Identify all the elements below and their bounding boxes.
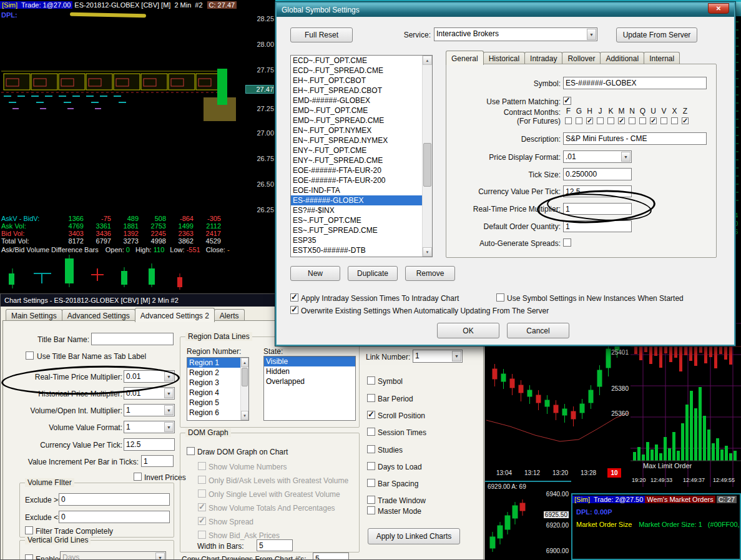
link-days-to-load-checkbox[interactable] bbox=[367, 462, 375, 470]
month-checkbox-f[interactable] bbox=[565, 117, 572, 124]
use-pattern-matching-checkbox[interactable] bbox=[563, 97, 571, 105]
link-symbol-checkbox[interactable] bbox=[367, 376, 375, 385]
list-item[interactable]: Hidden bbox=[264, 366, 355, 376]
trade-titlebar[interactable]: [Sim] Trade: 2@27.50 Wem's Market Orders… bbox=[572, 494, 740, 504]
scroll-down-button[interactable] bbox=[423, 247, 432, 257]
exclude-ge-input[interactable]: 0 bbox=[59, 493, 170, 506]
symbol-list-item[interactable]: EMD-######-GLOBEX bbox=[291, 96, 432, 106]
dropdown-arrow-icon[interactable] bbox=[164, 405, 174, 415]
list-item[interactable]: Visible bbox=[264, 356, 355, 366]
overwrite-existing-settings-checkbox[interactable] bbox=[290, 306, 298, 314]
symbol-input[interactable]: ES-######-GLOBEX bbox=[563, 77, 707, 89]
tab-historical[interactable]: Historical bbox=[483, 52, 525, 65]
filter-trade-completely-checkbox[interactable] bbox=[25, 526, 33, 534]
symbol-list-item-selected[interactable]: ES-######-GLOBEX bbox=[291, 195, 432, 205]
region-number-list[interactable]: Region 1 Region 2 Region 3 Region 4 Regi… bbox=[187, 357, 249, 421]
symbol-list-item[interactable]: ESP35 bbox=[291, 235, 432, 245]
month-checkbox-g[interactable] bbox=[576, 117, 582, 124]
symbol-list-item[interactable]: EOE-######-FTA-EUR-20 bbox=[291, 165, 432, 175]
month-checkbox-n[interactable] bbox=[629, 117, 635, 124]
vvf-select[interactable]: 1 bbox=[124, 421, 175, 433]
symbol-list-item[interactable]: ES?##-$INX bbox=[291, 205, 432, 215]
vipb-input[interactable]: 1 bbox=[141, 455, 174, 467]
dialog-titlebar[interactable]: Global Symbol Settings bbox=[277, 3, 734, 17]
close-button[interactable] bbox=[708, 3, 729, 14]
symbol-list-item[interactable]: EH~.FUT_SPREAD.CBOT bbox=[291, 86, 432, 96]
dropdown-arrow-icon[interactable] bbox=[621, 152, 631, 162]
duplicate-button[interactable]: Duplicate bbox=[348, 266, 398, 281]
month-checkbox-z[interactable] bbox=[682, 117, 689, 124]
dropdown-arrow-icon[interactable] bbox=[164, 422, 174, 432]
link-number-select[interactable]: 1 bbox=[413, 350, 463, 363]
symbol-list-item[interactable]: ESTX50-######-DTB bbox=[291, 245, 432, 255]
use-symbol-settings-new-instances-checkbox[interactable] bbox=[496, 293, 504, 302]
symbol-list-item[interactable]: EMD~.FUT_SPREAD.CME bbox=[291, 115, 432, 125]
link-bar-period-checkbox[interactable] bbox=[367, 394, 375, 402]
tab-advanced-settings-2[interactable]: Advanced Settings 2 bbox=[135, 308, 215, 322]
symbol-list-item[interactable]: ENY~.FUT_OPT.CME bbox=[291, 145, 432, 155]
link-scroll-position-checkbox[interactable] bbox=[367, 411, 375, 419]
voim-select[interactable]: 1 bbox=[124, 404, 175, 416]
list-item[interactable]: Region 5 bbox=[187, 398, 248, 408]
full-reset-button[interactable]: Full Reset bbox=[290, 27, 353, 42]
symbol-list[interactable]: ECD~.FUT_OPT.CME ECD~.FUT_SPREAD.CME EH~… bbox=[290, 55, 433, 257]
list-item[interactable]: Region 4 bbox=[187, 388, 248, 398]
symbol-list-item[interactable]: EMD~.FUT_OPT.CME bbox=[291, 106, 432, 115]
use-title-bar-name-checkbox[interactable] bbox=[26, 351, 34, 360]
apply-intraday-session-checkbox[interactable] bbox=[290, 293, 298, 302]
chart-titlebar[interactable]: [Sim] Trade: 1@27.00 ES-201812-GLOBEX [C… bbox=[0, 0, 275, 10]
month-checkbox-h[interactable] bbox=[586, 117, 593, 124]
title-bar-name-input[interactable] bbox=[91, 333, 174, 345]
symbol-list-item[interactable]: EN~.FUT_OPT.NYMEX bbox=[291, 125, 432, 135]
scroll-thumb[interactable] bbox=[423, 143, 431, 187]
month-checkbox-j[interactable] bbox=[597, 117, 604, 124]
month-checkbox-u[interactable] bbox=[650, 117, 657, 124]
invert-prices-checkbox[interactable] bbox=[134, 473, 142, 481]
vgl-days-select[interactable]: Days bbox=[60, 551, 166, 560]
link-master-mode-checkbox[interactable] bbox=[367, 506, 375, 514]
tab-internal[interactable]: Internal bbox=[644, 52, 680, 65]
tab-additional[interactable]: Additional bbox=[600, 52, 644, 65]
month-checkbox-q[interactable] bbox=[639, 117, 646, 124]
region-list-scrollbar[interactable] bbox=[240, 358, 248, 420]
vgl-enabled-checkbox[interactable] bbox=[25, 554, 33, 560]
price-display-format-select[interactable]: .01 bbox=[563, 150, 632, 163]
list-item[interactable]: Region 3 bbox=[187, 378, 248, 388]
symbol-list-item[interactable]: ECD~.FUT_OPT.CME bbox=[291, 56, 432, 66]
symbol-list-item[interactable]: EOE-IND-FTA bbox=[291, 185, 432, 195]
cvpt-input[interactable]: 12.5 bbox=[124, 438, 175, 451]
tab-rollover[interactable]: Rollover bbox=[562, 52, 601, 65]
month-checkbox-k[interactable] bbox=[607, 117, 614, 124]
width-in-bars-input[interactable]: 5 bbox=[257, 539, 293, 551]
cancel-button[interactable]: Cancel bbox=[507, 323, 569, 338]
scroll-thumb[interactable] bbox=[242, 368, 248, 386]
scroll-down-button[interactable] bbox=[241, 411, 248, 420]
update-from-server-button[interactable]: Update From Server bbox=[616, 27, 697, 42]
symbol-list-item[interactable]: EOE-######-FTA-EUR-200 bbox=[291, 175, 432, 185]
new-button[interactable]: New bbox=[290, 266, 340, 281]
link-bar-spacing-checkbox[interactable] bbox=[367, 479, 375, 487]
symbol-list-item[interactable]: EN~.FUT_SPREAD.NYMEX bbox=[291, 135, 432, 145]
apply-to-linked-charts-button[interactable]: Apply to Linked Charts bbox=[368, 528, 460, 544]
link-session-times-checkbox[interactable] bbox=[367, 428, 375, 436]
list-item[interactable]: Region 1 bbox=[187, 358, 248, 368]
service-select[interactable]: Interactive Brokers bbox=[434, 27, 597, 41]
month-checkbox-x[interactable] bbox=[671, 117, 678, 124]
scroll-up-button[interactable] bbox=[241, 358, 248, 367]
remove-button[interactable]: Remove bbox=[405, 266, 455, 281]
state-list[interactable]: Visible Hidden Overlapped bbox=[263, 356, 356, 421]
link-studies-checkbox[interactable] bbox=[367, 445, 375, 453]
symbol-list-item[interactable]: ENY~.FUT_SPREAD.CME bbox=[291, 155, 432, 165]
list-item[interactable]: Overlapped bbox=[264, 376, 355, 386]
tab-general[interactable]: General bbox=[446, 51, 484, 65]
list-item[interactable]: Region 2 bbox=[187, 368, 248, 378]
symbol-list-item[interactable]: ES~.FUT_OPT.CME bbox=[291, 215, 432, 225]
tab-intraday[interactable]: Intraday bbox=[524, 52, 562, 65]
symbol-list-item[interactable]: ECD~.FUT_SPREAD.CME bbox=[291, 66, 432, 76]
description-input[interactable]: S&P Mini Futures - CME bbox=[563, 132, 707, 145]
link-trade-window-checkbox[interactable] bbox=[367, 496, 375, 504]
symbol-list-item[interactable]: EH~.FUT_OPT.CBOT bbox=[291, 76, 432, 86]
copy-chart-drawings-input[interactable]: 5 bbox=[313, 553, 349, 560]
auto-generate-spreads-checkbox[interactable] bbox=[563, 238, 571, 247]
dropdown-arrow-icon[interactable] bbox=[164, 388, 174, 398]
